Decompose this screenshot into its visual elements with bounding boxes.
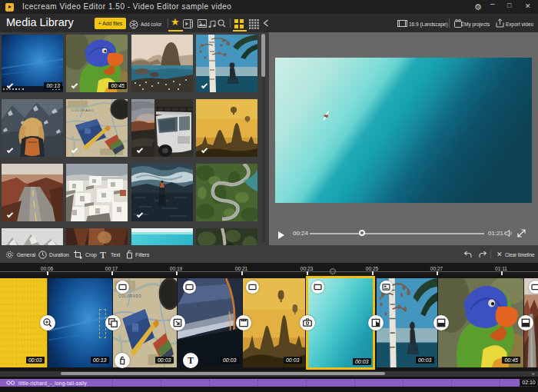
svg-text:T: T	[188, 356, 194, 366]
